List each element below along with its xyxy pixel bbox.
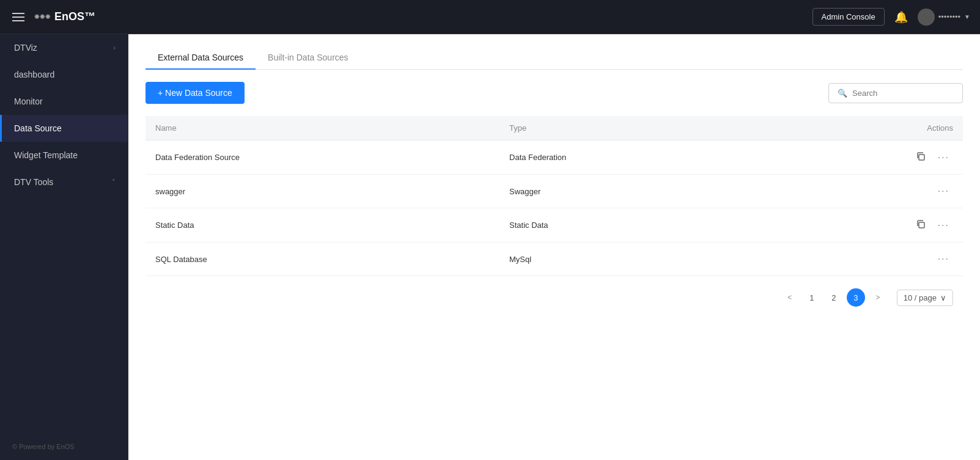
chevron-down-icon: ▼	[964, 13, 970, 20]
sidebar-item-widget-template[interactable]: Widget Template	[0, 142, 128, 169]
main-content: External Data Sources Built-in Data Sour…	[128, 34, 980, 460]
cell-actions: ···	[760, 243, 963, 276]
sidebar-item-label: Data Source	[14, 123, 62, 133]
new-data-source-button[interactable]: + New Data Source	[146, 82, 245, 104]
hamburger-menu[interactable]	[10, 10, 27, 24]
page-3-button[interactable]: 3	[847, 288, 865, 307]
more-options-button[interactable]: ···	[934, 252, 953, 266]
admin-console-button[interactable]: Admin Console	[812, 8, 885, 26]
more-options-button[interactable]: ···	[934, 151, 953, 164]
sidebar-item-label: Widget Template	[14, 150, 78, 160]
cell-actions: ···	[760, 208, 963, 243]
toolbar: + New Data Source 🔍	[146, 82, 963, 104]
logo-area: ❋❋❋ EnOS™	[34, 10, 95, 23]
table-row: Static Data Static Data ···	[146, 208, 963, 243]
svg-rect-0	[919, 155, 924, 160]
pagination: < 1 2 3 > 10 / page ∨	[146, 276, 963, 319]
col-header-actions: Actions	[760, 116, 963, 141]
logo-text: EnOS™	[54, 10, 95, 23]
table-row: Data Federation Source Data Federation ·…	[146, 141, 963, 175]
search-icon: 🔍	[838, 89, 847, 98]
top-nav-right: Admin Console 🔔 •••••••• ▼	[812, 8, 970, 26]
next-page-button[interactable]: >	[869, 288, 887, 307]
sidebar-item-dtviz[interactable]: DTViz ›	[0, 34, 128, 61]
sidebar-item-dtv-tools[interactable]: DTV Tools ˅	[0, 169, 128, 195]
prev-page-button[interactable]: <	[781, 288, 799, 307]
svg-rect-1	[919, 222, 924, 228]
sidebar-footer: © Powered by EnOS	[0, 433, 128, 460]
user-area[interactable]: •••••••• ▼	[918, 9, 970, 26]
col-header-type: Type	[499, 116, 760, 141]
copy-button[interactable]	[913, 150, 928, 164]
tab-bar: External Data Sources Built-in Data Sour…	[146, 46, 963, 70]
more-options-button[interactable]: ···	[934, 219, 953, 232]
search-input[interactable]	[852, 89, 950, 98]
sidebar-item-label: DTViz	[14, 43, 37, 53]
sidebar: DTViz › dashboard Monitor Data Source Wi…	[0, 34, 128, 460]
cell-type: Swagger	[499, 175, 760, 208]
tab-builtin-data-sources[interactable]: Built-in Data Sources	[256, 46, 361, 70]
per-page-label: 10 / page	[904, 293, 937, 302]
sidebar-item-label: Monitor	[14, 97, 43, 106]
cell-actions: ···	[760, 141, 963, 175]
tab-external-data-sources[interactable]: External Data Sources	[146, 46, 256, 70]
sidebar-item-monitor[interactable]: Monitor	[0, 88, 128, 115]
sidebar-item-label: dashboard	[14, 70, 54, 79]
page-1-button[interactable]: 1	[803, 288, 821, 307]
more-options-button[interactable]: ···	[934, 184, 953, 198]
chevron-right-icon: ›	[113, 44, 116, 51]
page-2-button[interactable]: 2	[825, 288, 843, 307]
main-layout: DTViz › dashboard Monitor Data Source Wi…	[0, 34, 980, 460]
chevron-down-icon: ˅	[112, 178, 116, 186]
cell-name: SQL Database	[146, 243, 499, 276]
bell-icon[interactable]: 🔔	[894, 10, 908, 24]
cell-type: Static Data	[499, 208, 760, 243]
cell-name: Data Federation Source	[146, 141, 499, 175]
per-page-select[interactable]: 10 / page ∨	[897, 290, 953, 306]
cell-type: MySql	[499, 243, 760, 276]
avatar	[918, 9, 935, 26]
cell-name: swagger	[146, 175, 499, 208]
search-box: 🔍	[828, 83, 963, 103]
sidebar-item-data-source[interactable]: Data Source	[0, 115, 128, 142]
cell-actions: ···	[760, 175, 963, 208]
top-nav-left: ❋❋❋ EnOS™	[10, 10, 95, 24]
copy-button[interactable]	[913, 218, 928, 232]
data-table: Name Type Actions Data Federation Source…	[146, 116, 963, 276]
cell-name: Static Data	[146, 208, 499, 243]
col-header-name: Name	[146, 116, 499, 141]
top-nav: ❋❋❋ EnOS™ Admin Console 🔔 •••••••• ▼	[0, 0, 980, 34]
cell-type: Data Federation	[499, 141, 760, 175]
per-page-chevron-icon: ∨	[940, 293, 946, 302]
user-name: ••••••••	[938, 12, 960, 21]
table-row: SQL Database MySql ···	[146, 243, 963, 276]
logo-dots: ❋❋❋	[34, 13, 51, 20]
table-row: swagger Swagger ···	[146, 175, 963, 208]
sidebar-item-dashboard[interactable]: dashboard	[0, 61, 128, 88]
sidebar-item-label: DTV Tools	[14, 177, 53, 187]
